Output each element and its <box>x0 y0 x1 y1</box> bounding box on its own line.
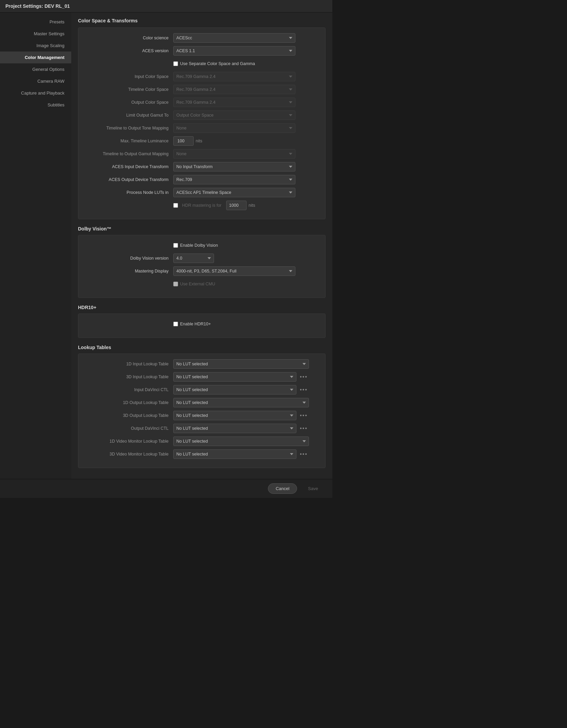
lut-select-1d-video-monitor[interactable]: No LUT selected <box>173 437 309 446</box>
color-science-control: ACEScc DaVinci YRGB DaVinci YRGB Color M… <box>173 33 295 43</box>
lut-select-output-davinci-ctl[interactable]: No LUT selected <box>173 424 296 433</box>
separate-color-space-checkbox-row: Use Separate Color Space and Gamma <box>173 61 295 66</box>
process-node-luts-row: Process Node LUTs in ACEScc AP1 Timeline… <box>85 188 318 197</box>
lut-row-3d-output: 3D Output Lookup TableNo LUT selected••• <box>85 411 318 420</box>
color-science-label: Color science <box>85 36 173 40</box>
color-science-select[interactable]: ACEScc DaVinci YRGB DaVinci YRGB Color M… <box>173 33 295 43</box>
lut-select-3d-input[interactable]: No LUT selected <box>173 372 296 382</box>
timeline-color-space-label: Timeline Color Space <box>85 87 173 92</box>
timeline-output-tone-mapping-label: Timeline to Output Tone Mapping <box>85 126 173 130</box>
limit-output-gamut-select[interactable]: Output Color Space <box>173 110 295 120</box>
sidebar: PresetsMaster SettingsImage ScalingColor… <box>0 13 71 479</box>
aces-input-device-transform-row: ACES Input Device Transform No Input Tra… <box>85 162 318 171</box>
sidebar-item-camera-raw[interactable]: Camera RAW <box>0 75 71 87</box>
sidebar-item-master-settings[interactable]: Master Settings <box>0 28 71 40</box>
enable-hdr10plus-row: Enable HDR10+ <box>85 319 318 329</box>
enable-hdr10plus-checkbox[interactable] <box>173 322 178 326</box>
timeline-output-gamut-mapping-label: Timeline to Output Gamut Mapping <box>85 151 173 156</box>
dolby-vision-version-select[interactable]: 4.0 2.9 <box>173 254 214 263</box>
separate-color-space-checkbox-label[interactable]: Use Separate Color Space and Gamma <box>180 61 255 66</box>
output-color-space-label: Output Color Space <box>85 100 173 105</box>
separate-color-space-row: Use Separate Color Space and Gamma <box>85 59 318 68</box>
process-node-luts-select[interactable]: ACEScc AP1 Timeline Space Output Color S… <box>173 188 295 197</box>
lut-select-3d-output[interactable]: No LUT selected <box>173 411 296 420</box>
aces-version-select[interactable]: ACES 1.0 ACES 1.1 <box>173 46 295 56</box>
use-external-cmu-row: Use External CMU <box>85 279 318 289</box>
process-node-luts-label: Process Node LUTs in <box>85 190 173 195</box>
timeline-color-space-row: Timeline Color Space Rec.709 Gamma 2.4 <box>85 85 318 94</box>
output-color-space-select[interactable]: Rec.709 Gamma 2.4 <box>173 98 295 107</box>
aces-version-control: ACES 1.0 ACES 1.1 <box>173 46 295 56</box>
lookup-tables-panel: 1D Input Lookup TableNo LUT selected3D I… <box>78 353 326 468</box>
input-color-space-label: Input Color Space <box>85 74 173 79</box>
input-color-space-select[interactable]: Rec.709 Gamma 2.4 <box>173 72 295 81</box>
lut-label-output-davinci-ctl: Output DaVinci CTL <box>85 426 173 431</box>
content-area: Color Space & Transforms Color science A… <box>71 13 332 479</box>
max-luminance-unit: nits <box>196 139 202 143</box>
lut-row-3d-input: 3D Input Lookup TableNo LUT selected••• <box>85 372 318 382</box>
limit-output-gamut-row: Limit Output Gamut To Output Color Space <box>85 110 318 120</box>
lut-row-1d-input: 1D Input Lookup TableNo LUT selected <box>85 359 318 369</box>
sidebar-item-color-management[interactable]: Color Management <box>0 52 71 63</box>
mastering-display-select[interactable]: 4000-nit, P3, D65, ST.2084, Full <box>173 266 295 276</box>
lut-row-input-davinci-ctl: Input DaVinci CTLNo LUT selected••• <box>85 385 318 395</box>
lookup-tables-section-title: Lookup Tables <box>78 345 326 350</box>
max-timeline-luminance-label: Max. Timeline Luminance <box>85 139 173 143</box>
aces-input-device-transform-select[interactable]: No Input Transform Custom <box>173 162 295 171</box>
max-luminance-input[interactable] <box>173 136 194 146</box>
sidebar-item-image-scaling[interactable]: Image Scaling <box>0 40 71 52</box>
lut-dots-3d-output[interactable]: ••• <box>298 412 309 419</box>
hdr-mastering-nits-input[interactable] <box>226 201 247 210</box>
max-timeline-luminance-row: Max. Timeline Luminance nits <box>85 136 318 146</box>
enable-hdr10plus-label[interactable]: Enable HDR10+ <box>180 322 211 326</box>
sidebar-item-general-options[interactable]: General Options <box>0 63 71 75</box>
enable-dolby-vision-label[interactable]: Enable Dolby Vision <box>180 243 218 248</box>
lut-label-input-davinci-ctl: Input DaVinci CTL <box>85 387 173 392</box>
aces-output-device-transform-row: ACES Output Device Transform Rec.709 Rec… <box>85 175 318 184</box>
main-section-title: Color Space & Transforms <box>78 18 326 23</box>
sidebar-item-subtitles[interactable]: Subtitles <box>0 99 71 111</box>
timeline-output-tone-mapping-row: Timeline to Output Tone Mapping None <box>85 123 318 133</box>
dolby-vision-panel: Enable Dolby Vision Dolby Vision version… <box>78 235 326 298</box>
timeline-output-gamut-mapping-row: Timeline to Output Gamut Mapping None <box>85 149 318 159</box>
save-button[interactable]: Save <box>300 483 326 494</box>
dolby-vision-version-row: Dolby Vision version 4.0 2.9 <box>85 254 318 263</box>
lut-select-3d-video-monitor[interactable]: No LUT selected <box>173 449 296 459</box>
enable-dolby-vision-checkbox[interactable] <box>173 243 178 248</box>
lut-row-3d-video-monitor: 3D Video Monitor Lookup TableNo LUT sele… <box>85 449 318 459</box>
hdr10plus-panel: Enable HDR10+ <box>78 314 326 338</box>
lut-row-1d-video-monitor: 1D Video Monitor Lookup TableNo LUT sele… <box>85 437 318 446</box>
use-external-cmu-label[interactable]: Use External CMU <box>180 282 215 286</box>
sidebar-item-presets[interactable]: Presets <box>0 16 71 28</box>
lut-dots-3d-input[interactable]: ••• <box>298 374 309 380</box>
mastering-display-row: Mastering Display 4000-nit, P3, D65, ST.… <box>85 266 318 276</box>
lut-label-1d-input: 1D Input Lookup Table <box>85 362 173 366</box>
lut-select-1d-input[interactable]: No LUT selected <box>173 359 309 369</box>
aces-output-device-transform-select[interactable]: Rec.709 Rec.2020 <box>173 175 295 184</box>
dolby-vision-version-label: Dolby Vision version <box>85 256 173 261</box>
lut-label-3d-input: 3D Input Lookup Table <box>85 375 173 379</box>
aces-version-label: ACES version <box>85 48 173 53</box>
hdr-mastering-label[interactable]: HDR mastering is for <box>182 203 221 208</box>
lut-label-3d-output: 3D Output Lookup Table <box>85 413 173 418</box>
hdr-mastering-checkbox[interactable] <box>173 203 178 208</box>
timeline-output-tone-mapping-select[interactable]: None <box>173 123 295 133</box>
aces-version-row: ACES version ACES 1.0 ACES 1.1 <box>85 46 318 56</box>
hdr10plus-section-title: HDR10+ <box>78 305 326 310</box>
cancel-button[interactable]: Cancel <box>268 483 297 494</box>
lut-select-1d-output[interactable]: No LUT selected <box>173 398 309 407</box>
separate-color-space-checkbox[interactable] <box>173 61 178 66</box>
lut-dots-input-davinci-ctl[interactable]: ••• <box>298 387 309 393</box>
lut-dots-output-davinci-ctl[interactable]: ••• <box>298 425 309 431</box>
lut-dots-3d-video-monitor[interactable]: ••• <box>298 451 309 457</box>
color-space-transforms-panel: Color science ACEScc DaVinci YRGB DaVinc… <box>78 27 326 219</box>
lut-row-1d-output: 1D Output Lookup TableNo LUT selected <box>85 398 318 407</box>
lut-label-1d-video-monitor: 1D Video Monitor Lookup Table <box>85 439 173 444</box>
timeline-color-space-select[interactable]: Rec.709 Gamma 2.4 <box>173 85 295 94</box>
lut-select-input-davinci-ctl[interactable]: No LUT selected <box>173 385 296 395</box>
output-color-space-row: Output Color Space Rec.709 Gamma 2.4 <box>85 98 318 107</box>
timeline-output-gamut-mapping-select[interactable]: None <box>173 149 295 159</box>
sidebar-item-capture-playback[interactable]: Capture and Playback <box>0 87 71 99</box>
lut-row-output-davinci-ctl: Output DaVinci CTLNo LUT selected••• <box>85 424 318 433</box>
use-external-cmu-checkbox[interactable] <box>173 282 178 286</box>
